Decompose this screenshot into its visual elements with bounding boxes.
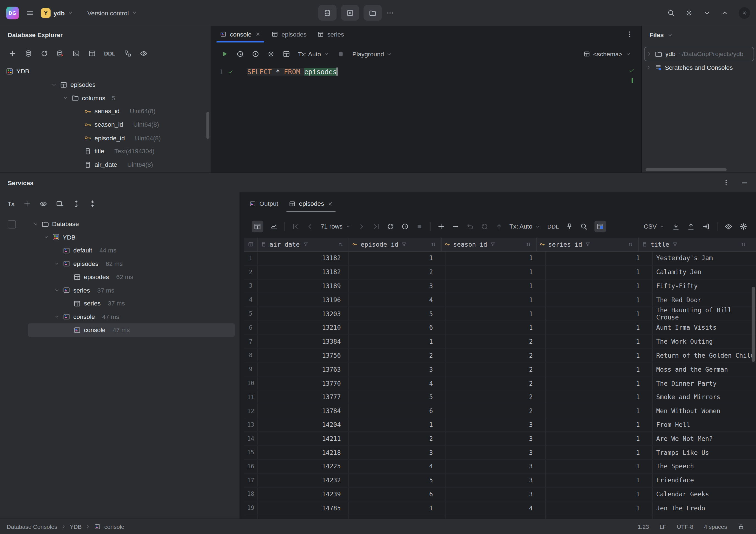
jump-to-console-button[interactable] — [72, 50, 80, 57]
diagram-button[interactable] — [123, 50, 131, 57]
cell-air_date[interactable]: 14239 — [258, 488, 349, 501]
editor-tab-options-button[interactable] — [626, 26, 641, 42]
add-service-button[interactable] — [23, 200, 31, 207]
cell-episode_id[interactable]: 6 — [349, 488, 446, 501]
service-item-episodes[interactable]: episodes62 ms — [0, 257, 240, 270]
indent-widget[interactable]: 4 spaces — [704, 523, 727, 530]
database-toolwindow-button[interactable] — [318, 5, 337, 21]
row-number[interactable]: 2 — [244, 265, 258, 279]
cell-season_id[interactable]: 1 — [446, 252, 546, 265]
page-size-selector[interactable]: 71 rows — [321, 223, 351, 230]
row-number[interactable]: 16 — [244, 460, 258, 473]
expand-all-button[interactable] — [72, 200, 80, 207]
service-item-default[interactable]: default44 ms — [0, 244, 240, 257]
column-header-air_date[interactable]: air_date — [258, 238, 349, 251]
version-control-menu[interactable]: Version control — [87, 9, 138, 16]
cell-series_id[interactable]: 1 — [546, 404, 653, 418]
cell-series_id[interactable]: 1 — [546, 252, 653, 265]
tx-toggle-button[interactable]: Tx — [8, 200, 14, 207]
cell-air_date[interactable]: 13196 — [258, 293, 349, 307]
cell-season_id[interactable]: 3 — [446, 473, 546, 487]
cell-season_id[interactable]: 1 — [446, 280, 546, 293]
export-to-database-button[interactable] — [702, 223, 710, 230]
cell-air_date[interactable]: 13384 — [258, 335, 349, 348]
row-number[interactable]: 5 — [244, 307, 258, 321]
project-selector[interactable]: Y ydb — [41, 8, 73, 18]
db-tree-item-YDB[interactable]: YDB — [0, 65, 211, 78]
cell-air_date[interactable]: 13756 — [258, 349, 349, 362]
reload-page-button[interactable] — [387, 223, 394, 230]
local-filter-button[interactable] — [594, 221, 606, 232]
chart-view-button[interactable] — [270, 223, 278, 230]
db-tree-item-episode_id[interactable]: episode_idUint64(8) — [0, 131, 211, 145]
cell-episode_id[interactable]: 2 — [349, 265, 446, 279]
stop-button[interactable] — [337, 50, 344, 58]
cell-episode_id[interactable]: 4 — [349, 293, 446, 307]
add-data-source-button[interactable] — [9, 50, 16, 57]
cell-episode_id[interactable]: 1 — [349, 252, 446, 265]
playground-selector[interactable]: Playground — [352, 50, 392, 57]
cell-title[interactable]: Moss and the German — [653, 362, 756, 376]
cell-episode_id[interactable]: 6 — [349, 321, 446, 334]
cell-series_id[interactable]: 1 — [546, 349, 653, 362]
view-options-button[interactable] — [725, 223, 732, 230]
cell-season_id[interactable]: 2 — [446, 377, 546, 390]
row-number[interactable]: 8 — [244, 349, 258, 362]
service-item-console[interactable]: console47 ms — [0, 310, 240, 323]
cell-title[interactable]: Are We Not Men? — [653, 432, 756, 445]
cell-air_date[interactable]: 13203 — [258, 307, 349, 321]
delete-row-button[interactable] — [452, 223, 459, 230]
cell-air_date[interactable]: 14225 — [258, 460, 349, 473]
cell-episode_id[interactable]: 6 — [349, 404, 446, 418]
cell-season_id[interactable]: 2 — [446, 362, 546, 376]
notifications-button[interactable] — [755, 523, 756, 531]
db-tree-item-season_id[interactable]: season_idUint64(8) — [0, 118, 211, 131]
datagrip-logo[interactable]: DG — [6, 7, 19, 19]
files-item-Scratches and Consoles[interactable]: Scratches and Consoles — [642, 61, 756, 74]
cell-episode_id[interactable]: 1 — [349, 335, 446, 348]
caret-position-widget[interactable]: 1:23 — [637, 523, 649, 530]
ddl-button[interactable]: DDL — [547, 223, 559, 230]
editor-body[interactable]: 1 SELECT * FROM episodes — [211, 66, 641, 78]
cell-series_id[interactable]: 1 — [546, 321, 653, 334]
service-item-Database[interactable]: Database — [0, 217, 240, 230]
close-window-button[interactable] — [739, 7, 750, 19]
next-page-button[interactable] — [357, 223, 365, 230]
column-header-series_id[interactable]: series_id — [536, 238, 639, 251]
cell-title[interactable]: Friendface — [653, 473, 756, 487]
console-settings-button[interactable] — [267, 50, 275, 58]
cell-air_date[interactable]: 14218 — [258, 446, 349, 459]
revert-changes-button[interactable] — [466, 223, 473, 230]
breadcrumb-console[interactable]: console — [104, 523, 124, 530]
cell-episode_id[interactable]: 4 — [349, 377, 446, 390]
rollback-button[interactable] — [480, 223, 488, 230]
db-tree-item-episodes[interactable]: episodes — [0, 78, 211, 92]
new-console-button[interactable] — [56, 200, 64, 207]
submit-changes-button[interactable] — [495, 223, 503, 230]
add-row-button[interactable] — [437, 223, 445, 230]
run-query-button[interactable] — [221, 50, 229, 58]
open-table-button[interactable] — [88, 50, 96, 57]
cell-air_date[interactable]: 13182 — [258, 265, 349, 279]
cell-season_id[interactable]: 3 — [446, 488, 546, 501]
db-tree-item-air_date[interactable]: air_dateUint64(8) — [0, 158, 211, 172]
cell-season_id[interactable]: 4 — [446, 501, 546, 515]
cell-season_id[interactable]: 1 — [446, 307, 546, 321]
results-tab-Output[interactable]: Output — [244, 192, 284, 215]
cell-episode_id[interactable]: 5 — [349, 390, 446, 404]
cell-title[interactable]: Fifty-Fifty — [653, 280, 756, 293]
files-panel-header[interactable]: Files — [642, 26, 756, 39]
results-vertical-scrollbar[interactable] — [752, 287, 755, 362]
cell-series_id[interactable]: 1 — [546, 265, 653, 279]
cell-air_date[interactable]: 14232 — [258, 473, 349, 487]
cell-air_date[interactable]: 13784 — [258, 404, 349, 418]
query-history-button[interactable] — [236, 50, 244, 58]
cell-title[interactable]: From Hell — [653, 418, 756, 432]
cell-air_date[interactable]: 13777 — [258, 390, 349, 404]
services-options-button[interactable] — [722, 179, 730, 187]
hide-panel-button[interactable] — [741, 179, 748, 187]
cell-series_id[interactable]: 1 — [546, 488, 653, 501]
row-number[interactable]: 13 — [244, 418, 258, 432]
inspections-ok-icon[interactable] — [629, 67, 634, 73]
cell-episode_id[interactable]: 2 — [349, 432, 446, 445]
